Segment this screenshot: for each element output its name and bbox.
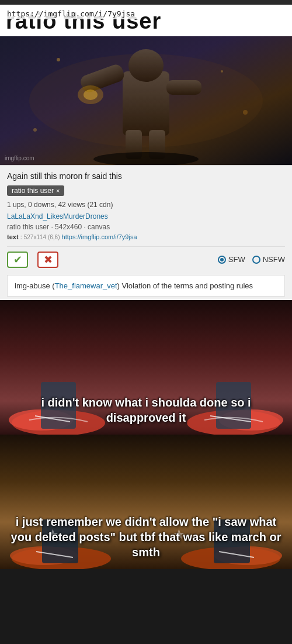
caption-text: Again still this moron fr said this <box>7 171 285 181</box>
url-overlay[interactable]: https://imgflip.com/i/7y9jsa <box>4 8 138 19</box>
text-info: text : 527x114 (6,6) https://imgflip.com… <box>7 233 285 240</box>
tag-label: ratio this user <box>12 187 54 195</box>
sfw-label: SFW <box>228 255 245 264</box>
text-url[interactable]: https://imgflip.com/i/7y9jsa <box>62 233 137 240</box>
sfw-nsfw-row: SFW NSFW <box>218 255 285 264</box>
template-info: ratio this user · 542x460 · canvas <box>7 223 285 231</box>
svg-rect-5 <box>166 80 201 95</box>
nsfw-label: NSFW <box>263 255 285 264</box>
username-link[interactable]: LaLaLaXnd_LikesMurderDrones <box>7 212 285 221</box>
approve-button[interactable]: ✔ <box>7 252 28 268</box>
text-coords: 527x114 (6,6) <box>24 234 60 240</box>
meme-title-area: https://imgflip.com/i/7y9jsa ratio this … <box>0 5 292 36</box>
top-bar <box>0 0 292 5</box>
text-label: text <box>7 233 19 240</box>
tag-badge[interactable]: ratio this user × <box>7 185 64 196</box>
svg-point-11 <box>221 70 223 73</box>
template-type: canvas <box>88 223 110 231</box>
comment-text-1: i didn't know what i shoulda done so i d… <box>0 389 292 435</box>
sfw-option[interactable]: SFW <box>218 255 245 264</box>
nsfw-option[interactable]: NSFW <box>252 255 285 264</box>
stats-row: 1 ups, 0 downs, 42 views (21 cdn) <box>7 201 285 209</box>
svg-point-13 <box>33 128 37 132</box>
abuse-prefix: img-abuse ( <box>15 281 55 290</box>
abuse-notice: img-abuse (The_flamewar_vet) Violation o… <box>7 275 285 297</box>
abuse-suffix: ) Violation of the terms and posting rul… <box>117 281 253 290</box>
meme-image: imgflip.com <box>0 36 292 165</box>
svg-point-10 <box>57 58 60 61</box>
comment-image-2: i just remember we didn't allow the "i s… <box>0 435 292 569</box>
comment-text-2: i just remember we didn't allow the "i s… <box>0 508 292 569</box>
comment-image-1: i didn't know what i shoulda done so i d… <box>0 300 292 435</box>
disapprove-button[interactable]: ✖ <box>37 252 58 268</box>
svg-point-9 <box>84 89 98 100</box>
nsfw-radio[interactable] <box>252 256 260 264</box>
tag-remove-icon[interactable]: × <box>56 187 60 194</box>
comment-2: i just remember we didn't allow the "i s… <box>0 435 292 569</box>
action-row: ✔ ✖ SFW NSFW <box>7 246 285 270</box>
sfw-radio[interactable] <box>218 256 226 264</box>
tag-row: ratio this user × <box>7 185 285 196</box>
abuse-username-link[interactable]: The_flamewar_vet <box>55 281 117 290</box>
imgflip-watermark: imgflip.com <box>5 155 34 161</box>
comment-1: i didn't know what i shoulda done so i d… <box>0 300 292 435</box>
svg-point-3 <box>128 49 164 82</box>
meme-container: https://imgflip.com/i/7y9jsa ratio this … <box>0 5 292 300</box>
svg-point-12 <box>243 110 248 115</box>
template-name: ratio this user <box>7 223 49 231</box>
template-dimensions: 542x460 <box>55 223 82 231</box>
info-panel: Again still this moron fr said this rati… <box>0 165 292 300</box>
